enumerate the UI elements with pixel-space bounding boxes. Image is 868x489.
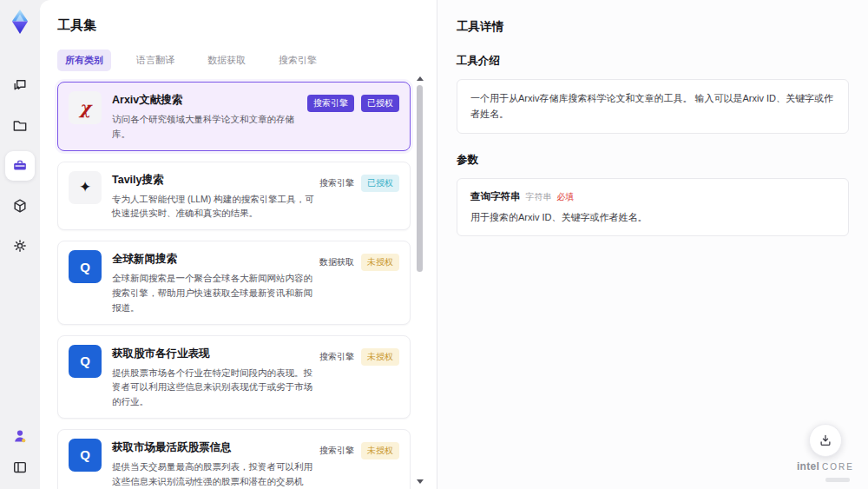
tab-search-engine[interactable]: 搜索引擎	[271, 50, 325, 71]
category-tabs: 所有类别 语言翻译 数据获取 搜索引擎	[57, 50, 411, 71]
floating-corner: intel core	[797, 424, 854, 482]
download-button[interactable]	[809, 424, 842, 457]
tool-card-stock-sector[interactable]: Q 获取股市各行业表现 提供股票市场各个行业在特定时间段内的表现。投资者可以利用…	[57, 335, 411, 419]
tool-card-arxiv[interactable]: χ Arxiv文献搜索 访问各个研究领域大量科学论文和文章的存储库。 搜索引擎 …	[57, 82, 411, 151]
tool-name: 全球新闻搜索	[112, 252, 319, 267]
tool-detail-panel: 工具详情 工具介绍 一个用于从Arxiv存储库搜索科学论文和文章的工具。 输入可…	[437, 0, 868, 489]
category-label: 搜索引擎	[319, 351, 354, 363]
sidebar-bottom	[7, 423, 33, 480]
category-label: 数据获取	[319, 256, 354, 268]
toolbox-icon[interactable]	[5, 151, 35, 181]
category-label: 搜索引擎	[319, 177, 354, 189]
auth-status-badge: 未授权	[361, 442, 399, 459]
sidebar-nav	[5, 66, 35, 266]
tools-list-panel: 工具集 所有类别 语言翻译 数据获取 搜索引擎 χ Arxiv文献搜索 访问各个…	[40, 0, 437, 489]
stock-service-icon: Q	[69, 439, 102, 472]
panel-toggle-icon[interactable]	[7, 454, 33, 480]
intro-heading: 工具介绍	[457, 54, 849, 69]
scroll-down-icon[interactable]	[417, 479, 424, 484]
param-box: 查询字符串 字符串 必填 用于搜索的Arxiv ID、关键字或作者姓名。	[457, 178, 849, 236]
main-content: 工具集 所有类别 语言翻译 数据获取 搜索引擎 χ Arxiv文献搜索 访问各个…	[40, 0, 868, 489]
tool-description: 专为人工智能代理 (LLM) 构建的搜索引擎工具，可快速提供实时、准确和真实的结…	[112, 192, 319, 221]
app-logo-icon[interactable]	[7, 7, 33, 36]
param-type: 字符串	[526, 191, 552, 203]
scroll-up-icon[interactable]	[417, 76, 424, 81]
tool-card-tavily[interactable]: ✦ Tavily搜索 专为人工智能代理 (LLM) 构建的搜索引擎工具，可快速提…	[57, 162, 411, 231]
tool-card-active-stocks[interactable]: Q 获取市场最活跃股票信息 提供当天交易量最高的股票列表，投资者可以利用这些信息…	[57, 429, 411, 489]
tool-description: 全球新闻搜索是一个聚合全球各大新闻网站内容的搜索引擎，帮助用户快速获取全球最新资…	[112, 271, 319, 314]
tool-description: 提供当天交易量最高的股票列表，投资者可以利用这些信息来识别流动性强的股票和潜在的…	[112, 459, 319, 489]
tool-description: 访问各个研究领域大量科学论文和文章的存储库。	[112, 112, 307, 142]
intro-text: 一个用于从Arxiv存储库搜索科学论文和文章的工具。 输入可以是Arxiv ID…	[470, 91, 835, 122]
tool-description: 提供股票市场各个行业在特定时间段内的表现。投资者可以利用这些信息来识别表现优于或…	[112, 366, 319, 409]
arxiv-icon: χ	[69, 91, 102, 124]
settings-gear-icon[interactable]	[5, 231, 35, 261]
list-scrollbar[interactable]	[417, 76, 423, 484]
sidebar	[0, 0, 40, 489]
tab-language-translation[interactable]: 语言翻译	[128, 50, 182, 71]
folder-icon[interactable]	[5, 111, 35, 141]
auth-status-badge: 未授权	[361, 254, 399, 271]
tab-all-categories[interactable]: 所有类别	[57, 50, 111, 71]
app-root: 工具集 所有类别 语言翻译 数据获取 搜索引擎 χ Arxiv文献搜索 访问各个…	[0, 0, 868, 489]
tool-list: χ Arxiv文献搜索 访问各个研究领域大量科学论文和文章的存储库。 搜索引擎 …	[57, 82, 411, 489]
package-icon[interactable]	[5, 191, 35, 221]
intel-logo-sub	[825, 478, 850, 482]
params-heading: 参数	[457, 153, 849, 168]
tab-data-acquisition[interactable]: 数据获取	[200, 50, 253, 71]
tool-name: Arxiv文献搜索	[112, 93, 307, 108]
scrollbar-thumb[interactable]	[417, 85, 423, 272]
tool-card-global-news[interactable]: Q 全球新闻搜索 全球新闻搜索是一个聚合全球各大新闻网站内容的搜索引擎，帮助用户…	[57, 241, 411, 324]
stock-service-icon: Q	[69, 345, 102, 378]
chat-icon[interactable]	[5, 71, 35, 101]
tavily-icon: ✦	[69, 171, 102, 204]
param-description: 用于搜索的Arxiv ID、关键字或作者姓名。	[470, 211, 835, 224]
page-title: 工具集	[57, 17, 411, 34]
detail-title: 工具详情	[457, 19, 849, 35]
param-name: 查询字符串	[470, 190, 521, 203]
category-badge: 搜索引擎	[307, 95, 354, 112]
param-required-flag: 必填	[557, 191, 575, 203]
user-avatar-icon[interactable]	[7, 423, 33, 449]
tool-name: Tavily搜索	[112, 173, 319, 188]
tool-name: 获取股市各行业表现	[112, 347, 319, 361]
intro-box: 一个用于从Arxiv存储库搜索科学论文和文章的工具。 输入可以是Arxiv ID…	[457, 79, 849, 134]
auth-status-badge: 未授权	[361, 348, 399, 366]
auth-status-badge: 已授权	[361, 175, 399, 192]
category-label: 搜索引擎	[319, 445, 354, 457]
intel-core-logo: intel core	[797, 461, 854, 472]
tool-name: 获取市场最活跃股票信息	[112, 440, 319, 455]
auth-status-badge: 已授权	[361, 95, 399, 112]
news-service-icon: Q	[69, 250, 102, 283]
